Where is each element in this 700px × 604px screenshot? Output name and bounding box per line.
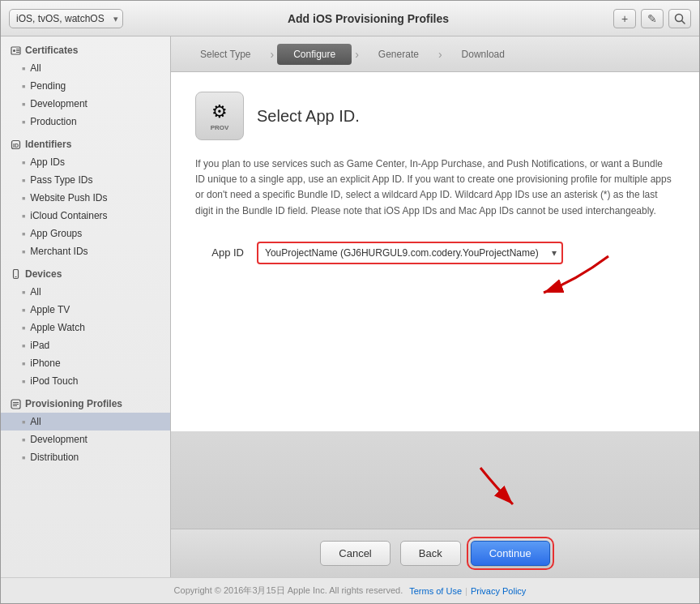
prov-icon-label: PROV xyxy=(211,124,229,131)
svg-point-3 xyxy=(13,49,15,52)
section-header-area: ⚙ PROV Select App ID. xyxy=(195,92,675,140)
sidebar-item-devices-all[interactable]: All xyxy=(1,283,170,301)
button-bar: Cancel Back Continue xyxy=(171,529,699,577)
prov-icon: ⚙ PROV xyxy=(195,92,244,140)
svg-text:ID: ID xyxy=(13,143,19,148)
sidebar-item-cert-development[interactable]: Development xyxy=(1,95,170,113)
search-button[interactable] xyxy=(668,9,691,28)
search-icon xyxy=(674,13,685,24)
sidebar: Certificates All Pending Development Pro… xyxy=(1,36,171,577)
steps-bar: Select Type › Configure › Generate › Dow… xyxy=(171,36,699,72)
sidebar-item-iphone[interactable]: iPhone xyxy=(1,354,170,372)
step-download[interactable]: Download xyxy=(446,44,521,65)
certificate-icon xyxy=(11,45,21,56)
bottom-section: Cancel Back Continue xyxy=(171,431,699,577)
sidebar-item-cert-pending[interactable]: Pending xyxy=(1,77,170,95)
platform-select[interactable]: iOS, tvOS, watchOS xyxy=(9,9,123,28)
annotation-arrow-2 xyxy=(432,464,594,512)
sidebar-item-cert-all[interactable]: All xyxy=(1,59,170,77)
back-button[interactable]: Back xyxy=(400,541,461,566)
sidebar-item-apple-tv[interactable]: Apple TV xyxy=(1,301,170,319)
continue-button[interactable]: Continue xyxy=(471,541,550,566)
description-text: If you plan to use services such as Game… xyxy=(195,156,675,219)
app-window: iOS, tvOS, watchOS Add iOS Provisioning … xyxy=(0,0,700,604)
main-layout: Certificates All Pending Development Pro… xyxy=(1,36,699,577)
sidebar-item-app-groups[interactable]: App Groups xyxy=(1,225,170,242)
step-arrow-2: › xyxy=(355,48,359,61)
provisioning-icon xyxy=(11,399,21,409)
content-body: ⚙ PROV Select App ID. If you plan to use… xyxy=(171,72,699,431)
footer-sep-2: | xyxy=(465,586,467,596)
cancel-button[interactable]: Cancel xyxy=(320,541,390,566)
platform-select-wrapper[interactable]: iOS, tvOS, watchOS xyxy=(9,9,123,28)
sidebar-item-ipod-touch[interactable]: iPod Touch xyxy=(1,372,170,390)
app-id-label: App ID xyxy=(195,246,244,259)
step-generate[interactable]: Generate xyxy=(362,44,435,65)
top-bar-left: iOS, tvOS, watchOS xyxy=(9,9,123,28)
arrow-annotation-1 xyxy=(195,281,675,337)
footer-privacy-link[interactable]: Privacy Policy xyxy=(471,586,526,596)
sidebar-item-prov-development[interactable]: Development xyxy=(1,431,170,448)
arrow-annotation-2 xyxy=(171,496,699,529)
sidebar-devices-header: Devices xyxy=(1,260,170,283)
sidebar-item-ipad[interactable]: iPad xyxy=(1,336,170,354)
step-select-type[interactable]: Select Type xyxy=(184,44,267,65)
sidebar-item-website-push-ids[interactable]: Website Push IDs xyxy=(1,189,170,207)
step-configure[interactable]: Configure xyxy=(277,44,352,65)
footer-copyright: Copyright © 2016年3月15日 Apple Inc. All ri… xyxy=(174,585,403,597)
sidebar-item-pass-type-ids[interactable]: Pass Type IDs xyxy=(1,171,170,189)
step-arrow-3: › xyxy=(438,48,442,61)
sidebar-item-prov-all[interactable]: All xyxy=(1,413,170,431)
device-icon xyxy=(11,269,21,280)
add-button[interactable]: + xyxy=(613,9,636,28)
sidebar-provisioning-header: Provisioning Profiles xyxy=(1,390,170,413)
content-area: Select Type › Configure › Generate › Dow… xyxy=(171,36,699,577)
sidebar-item-merchant-ids[interactable]: Merchant IDs xyxy=(1,242,170,260)
sidebar-item-prov-distribution[interactable]: Distribution xyxy=(1,448,170,466)
footer: Copyright © 2016年3月15日 Apple Inc. All ri… xyxy=(1,577,699,603)
sidebar-certificates-header: Certificates xyxy=(1,36,170,59)
step-arrow-1: › xyxy=(270,48,274,61)
top-bar: iOS, tvOS, watchOS Add iOS Provisioning … xyxy=(1,1,699,36)
annotation-arrow-1 xyxy=(479,248,641,297)
svg-line-1 xyxy=(682,20,685,24)
sidebar-item-cert-production[interactable]: Production xyxy=(1,113,170,131)
prov-icon-gear: ⚙ xyxy=(211,101,228,122)
section-title: Select App ID. xyxy=(257,107,360,126)
footer-terms-link[interactable]: Terms of Use xyxy=(409,586,462,596)
identifier-icon: ID xyxy=(11,139,21,150)
sidebar-item-icloud-containers[interactable]: iCloud Containers xyxy=(1,207,170,225)
sidebar-item-apple-watch[interactable]: Apple Watch xyxy=(1,319,170,336)
edit-button[interactable]: ✎ xyxy=(641,9,664,28)
top-bar-actions: + ✎ xyxy=(613,9,691,28)
page-title: Add iOS Provisioning Profiles xyxy=(123,12,613,25)
sidebar-identifiers-header: ID Identifiers xyxy=(1,131,170,153)
sidebar-item-app-ids[interactable]: App IDs xyxy=(1,153,170,171)
